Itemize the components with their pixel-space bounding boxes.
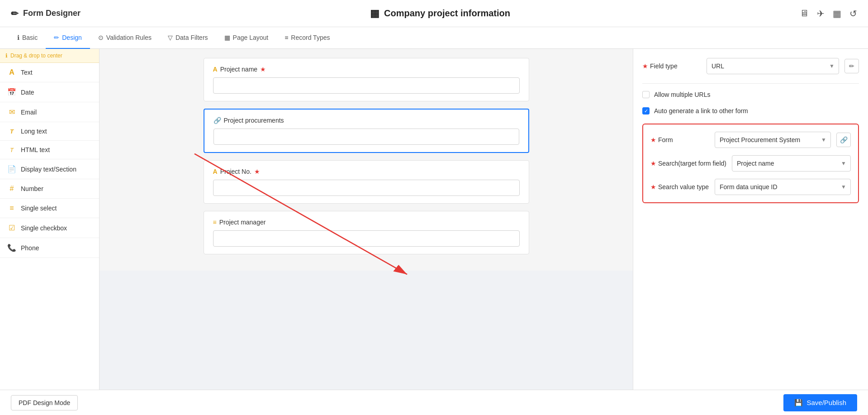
field-block-project-no[interactable]: A Project No. ★ <box>204 160 529 204</box>
singleselect-label: Single select <box>21 205 57 212</box>
tab-validation[interactable]: ⊙ Validation Rules <box>90 27 160 49</box>
field-type-edit-btn[interactable]: ✏ <box>844 59 859 73</box>
sidebar-item-singlecheckbox[interactable]: ☑ Single checkbox <box>0 218 99 238</box>
form-title-icon: ▦ <box>370 8 379 19</box>
search-target-select[interactable]: Project name <box>732 155 851 172</box>
save-publish-button[interactable]: 💾 Save/Publish <box>783 394 857 411</box>
search-value-type-value: Form data unique ID <box>720 183 778 191</box>
singlecheckbox-label: Single checkbox <box>21 224 67 232</box>
form-select-wrapper: Project Procurement System ▼ <box>715 132 831 148</box>
email-icon: ✉ <box>7 108 16 116</box>
design-icon: ✏ <box>54 34 59 41</box>
refresh-icon[interactable]: ↺ <box>849 8 857 19</box>
email-label: Email <box>21 109 37 116</box>
tab-validation-label: Validation Rules <box>106 34 152 41</box>
tab-design[interactable]: ✏ Design <box>46 27 90 49</box>
qr-icon[interactable]: ▦ <box>833 8 841 19</box>
field-block-project-name[interactable]: A Project name ★ <box>204 58 529 101</box>
phone-label: Phone <box>21 244 39 252</box>
tab-filters-label: Data Filters <box>175 34 208 41</box>
divider1 <box>642 83 859 84</box>
pdf-design-mode-button[interactable]: PDF Design Mode <box>11 395 78 410</box>
tab-basic[interactable]: ℹ Basic <box>9 27 46 49</box>
tab-record-label: Record Types <box>291 34 330 41</box>
tab-layout-label: Page Layout <box>233 34 269 41</box>
tab-filters[interactable]: ▽ Data Filters <box>160 27 216 49</box>
bottom-bar: PDF Design Mode 💾 Save/Publish <box>0 390 868 415</box>
form-title: Company project information <box>384 8 510 19</box>
sidebar-item-htmltext[interactable]: T HTML text <box>0 141 99 159</box>
field-icon-text: A <box>213 66 218 73</box>
tab-record[interactable]: ≡ Record Types <box>276 27 338 49</box>
label-text-project-no: Project No. <box>220 168 251 175</box>
canvas-wrapper: A Project name ★ 🔗 Project procurements <box>100 49 633 415</box>
sidebar-item-longtext[interactable]: T Long text <box>0 122 99 141</box>
form-link-btn[interactable]: 🔗 <box>836 133 851 147</box>
send-icon[interactable]: ✈ <box>817 8 825 19</box>
field-label-project-manager: ≡ Project manager <box>213 219 520 226</box>
label-text-project-manager: Project manager <box>219 219 266 226</box>
search-value-type-select[interactable]: Form data unique ID <box>715 179 851 195</box>
sidebar-item-phone[interactable]: 📞 Phone <box>0 238 99 258</box>
form-title-area: ▦ Company project information <box>370 8 510 19</box>
main-layout: ℹ Drag & drop to center A Text 📅 Date ✉ … <box>0 49 868 415</box>
input-project-name[interactable] <box>213 77 520 94</box>
tab-layout[interactable]: ▦ Page Layout <box>216 27 277 49</box>
allow-multiple-row: Allow multiple URLs <box>642 91 859 98</box>
input-project-manager[interactable] <box>213 230 520 247</box>
save-label: Save/Publish <box>806 399 846 406</box>
htmltext-label: HTML text <box>21 146 50 153</box>
field-type-value: URL <box>711 62 724 70</box>
sidebar-hint: ℹ Drag & drop to center <box>0 49 99 63</box>
basic-icon: ℹ <box>17 34 19 41</box>
field-type-label: ★ Field type <box>642 62 701 70</box>
singleselect-icon: ≡ <box>7 204 16 212</box>
search-target-row: ★ Search(target form field) Project name… <box>650 155 851 172</box>
monitor-icon[interactable]: 🖥 <box>800 8 809 19</box>
allow-multiple-checkbox[interactable] <box>642 91 650 98</box>
field-icon-link: 🔗 <box>213 117 221 124</box>
text-label: Text <box>21 69 33 76</box>
number-icon: # <box>7 185 16 193</box>
record-icon: ≡ <box>285 34 288 41</box>
displaytext-icon: 📄 <box>7 165 16 173</box>
form-designer-icon: ✏ <box>11 8 19 19</box>
sidebar-item-text[interactable]: A Text <box>0 63 99 82</box>
field-type-select[interactable]: URL <box>707 58 839 74</box>
app-title: Form Designer <box>23 9 81 18</box>
htmltext-icon: T <box>7 147 16 153</box>
field-label-project-procurements: 🔗 Project procurements <box>213 117 519 124</box>
sidebar-item-number[interactable]: # Number <box>0 179 99 199</box>
sidebar-item-displaytext[interactable]: 📄 Display text/Section <box>0 159 99 179</box>
sidebar-item-email[interactable]: ✉ Email <box>0 102 99 122</box>
sidebar-item-date[interactable]: 📅 Date <box>0 82 99 102</box>
sidebar-item-singleselect[interactable]: ≡ Single select <box>0 199 99 218</box>
input-project-procurements[interactable] <box>213 129 519 145</box>
search-value-required: ★ <box>650 183 656 191</box>
canvas: A Project name ★ 🔗 Project procurements <box>100 49 633 271</box>
date-label: Date <box>21 89 34 96</box>
field-icon-select: ≡ <box>213 219 217 226</box>
date-icon: 📅 <box>7 88 16 96</box>
singlecheckbox-icon: ☑ <box>7 224 16 232</box>
allow-multiple-label: Allow multiple URLs <box>654 91 710 98</box>
number-label: Number <box>21 185 43 192</box>
field-block-project-manager[interactable]: ≡ Project manager <box>204 211 529 254</box>
filters-icon: ▽ <box>168 34 173 41</box>
nav-tabs: ℹ Basic ✏ Design ⊙ Validation Rules ▽ Da… <box>0 27 868 49</box>
field-block-project-procurements[interactable]: 🔗 Project procurements <box>204 109 529 153</box>
auto-generate-checkbox[interactable]: ✓ <box>642 107 650 114</box>
search-target-select-wrapper: Project name ▼ <box>732 155 851 172</box>
search-value-type-select-wrapper: Form data unique ID ▼ <box>715 179 851 195</box>
search-target-required: ★ <box>650 160 656 167</box>
sidebar: ℹ Drag & drop to center A Text 📅 Date ✉ … <box>0 49 100 415</box>
form-value: Project Procurement System <box>720 136 800 143</box>
text-icon: A <box>7 68 16 76</box>
search-value-type-row: ★ Search value type Form data unique ID … <box>650 179 851 195</box>
info-icon: ℹ <box>5 52 8 59</box>
app-title-area: ✏ Form Designer <box>11 8 81 19</box>
search-target-label: ★ Search(target form field) <box>650 160 726 167</box>
canvas-inner: A Project name ★ 🔗 Project procurements <box>194 49 538 271</box>
form-select[interactable]: Project Procurement System <box>715 132 831 148</box>
input-project-no[interactable] <box>213 180 520 196</box>
